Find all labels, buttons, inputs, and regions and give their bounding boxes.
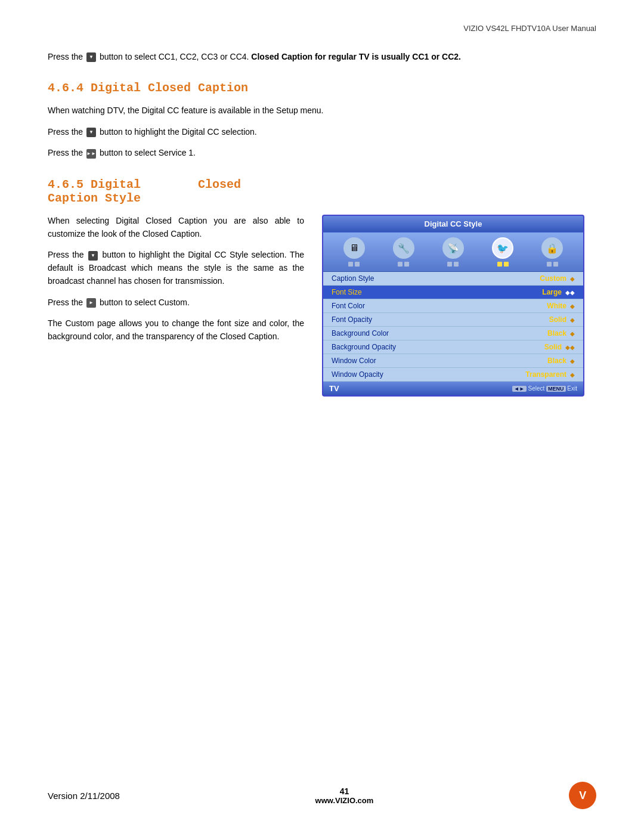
- font-size-value: Large: [542, 288, 562, 296]
- section-465-para4: The Custom page allows you to change the…: [48, 317, 304, 343]
- font-opacity-arrow: ◆: [570, 317, 575, 323]
- caption-style-value: Custom: [540, 274, 566, 283]
- menu-bottom-bar: TV ◄► Select MENU Exit: [323, 382, 583, 395]
- window-opacity-value: Transparent: [525, 370, 566, 379]
- left-col: When selecting Digital Closed Caption yo…: [48, 215, 304, 397]
- window-color-value: Black: [547, 357, 566, 365]
- section-465: 4.6.5 Digital Closed Caption Style When …: [48, 178, 596, 397]
- section-464-para3: Press the ► button to select Service 1.: [48, 147, 596, 160]
- footer-version: Version 2/11/2008: [48, 791, 120, 801]
- antenna-icon: 📡: [442, 237, 464, 259]
- menu-tv-label: TV: [329, 384, 339, 393]
- font-opacity-value: Solid: [549, 315, 566, 324]
- font-size-label: Font Size: [332, 288, 362, 296]
- manual-title: VIZIO VS42L FHDTV10A User Manual: [463, 24, 596, 33]
- footer-url: www.VIZIO.com: [315, 796, 374, 805]
- font-color-label: Font Color: [332, 302, 365, 310]
- bg-color-label: Background Color: [332, 329, 389, 337]
- page-number: 41: [315, 786, 374, 796]
- menu-body: Caption Style Custom ◆ Font Size Large ◆…: [323, 272, 583, 382]
- menu-icon-3: 📡: [442, 237, 464, 267]
- menu-bottom-hint: ◄► Select MENU Exit: [512, 385, 577, 392]
- monitor-icon: 🖥: [343, 237, 365, 259]
- lock-icon: 🔒: [541, 237, 563, 259]
- font-color-value: White: [547, 302, 566, 310]
- font-opacity-label: Font Opacity: [332, 315, 372, 324]
- intro-bold-text: Closed Caption for regular TV is usually…: [251, 52, 461, 61]
- footer-center: 41 www.VIZIO.com: [315, 786, 374, 805]
- font-size-arrow: ◆◆: [565, 289, 575, 296]
- menu-icon-2: 🔧: [393, 237, 414, 267]
- menu-item-font-color: Font Color White ◆: [323, 299, 583, 313]
- menu-key-box: MENU: [546, 386, 566, 392]
- select-btn-2: ►: [86, 298, 96, 308]
- section-465-para1: When selecting Digital Closed Caption yo…: [48, 215, 304, 240]
- section-465-title: 4.6.5 Digital Closed Caption Style: [48, 178, 596, 205]
- window-color-arrow: ◆: [570, 358, 575, 364]
- bg-opacity-value: Solid: [544, 343, 562, 351]
- bg-color-arrow: ◆: [570, 330, 575, 337]
- highlight-btn-2: ▼: [88, 251, 98, 261]
- menu-item-font-opacity: Font Opacity Solid ◆: [323, 313, 583, 327]
- section-465-para3: Press the ► button to select Custom.: [48, 296, 304, 309]
- section-464-title: 4.6.4 Digital Closed Caption: [48, 81, 596, 95]
- version-text: Version 2/11/2008: [48, 791, 120, 801]
- window-color-label: Window Color: [332, 357, 376, 365]
- vizio-logo: V: [569, 782, 596, 809]
- select-hint-text: Select: [528, 385, 546, 392]
- menu-icon-4: 🐦: [492, 237, 513, 267]
- wrench-icon: 🔧: [393, 237, 414, 259]
- menu-icon-1: 🖥: [343, 237, 365, 267]
- page-container: VIZIO VS42L FHDTV10A User Manual Press t…: [0, 0, 644, 833]
- music-icon: 🐦: [492, 237, 513, 259]
- section-464: 4.6.4 Digital Closed Caption When watchi…: [48, 81, 596, 160]
- menu-title: Digital CC Style: [425, 219, 482, 228]
- bg-opacity-label: Background Opacity: [332, 343, 396, 351]
- menu-item-font-size: Font Size Large ◆◆: [323, 286, 583, 299]
- menu-item-window-color: Window Color Black ◆: [323, 354, 583, 368]
- section-464-para1: When watching DTV, the Digital CC featur…: [48, 104, 596, 117]
- intro-text-before: Press the: [48, 52, 83, 61]
- bg-opacity-arrow: ◆◆: [565, 344, 575, 351]
- window-opacity-arrow: ◆: [570, 371, 575, 378]
- menu-icon-5: 🔒: [541, 237, 563, 267]
- menu-item-caption-style: Caption Style Custom ◆: [323, 272, 583, 286]
- intro-text-after: button to select CC1, CC2, CC3 or CC4.: [100, 52, 249, 61]
- right-col: Digital CC Style 🖥 🔧: [322, 215, 596, 397]
- intro-section: Press the ▼ button to select CC1, CC2, C…: [48, 51, 596, 63]
- font-color-arrow: ◆: [570, 303, 575, 309]
- page-footer: Version 2/11/2008 41 www.VIZIO.com V: [48, 782, 596, 809]
- page-header: VIZIO VS42L FHDTV10A User Manual: [48, 24, 596, 33]
- menu-item-bg-opacity: Background Opacity Solid ◆◆: [323, 340, 583, 354]
- menu-item-window-opacity: Window Opacity Transparent ◆: [323, 368, 583, 382]
- caption-style-label: Caption Style: [332, 274, 374, 283]
- exit-hint-text: Exit: [567, 385, 577, 392]
- section-464-para2: Press the ▼ button to highlight the Digi…: [48, 126, 596, 139]
- menu-title-bar: Digital CC Style: [323, 216, 583, 233]
- caption-style-arrow: ◆: [570, 275, 575, 282]
- window-opacity-label: Window Opacity: [332, 370, 383, 379]
- section-465-para2: Press the ▼ button to highlight the Digi…: [48, 249, 304, 287]
- menu-item-bg-color: Background Color Black ◆: [323, 327, 583, 340]
- two-col-layout: When selecting Digital Closed Caption yo…: [48, 215, 596, 397]
- menu-icons-row: 🖥 🔧 📡: [323, 233, 583, 272]
- bg-color-value: Black: [547, 329, 566, 337]
- highlight-button-icon: ▼: [86, 128, 96, 137]
- cc-button-icon: ▼: [86, 52, 96, 62]
- menu-screenshot: Digital CC Style 🖥 🔧: [322, 215, 584, 397]
- select-key-box: ◄►: [512, 386, 527, 392]
- select-button-icon: ►: [86, 149, 96, 159]
- vizio-logo-text: V: [579, 789, 586, 802]
